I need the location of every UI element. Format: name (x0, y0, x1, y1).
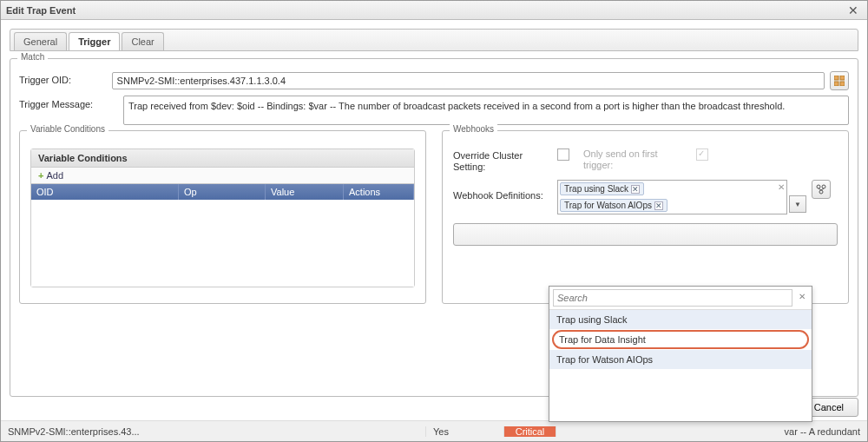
override-label: Override Cluster Setting: (453, 148, 557, 173)
webhook-settings-button[interactable] (812, 180, 831, 199)
window-title: Edit Trap Event (6, 5, 76, 16)
close-icon[interactable]: ✕ (845, 3, 862, 17)
chip-remove-icon[interactable]: ✕ (654, 201, 663, 210)
trigger-msg-label: Trigger Message: (19, 96, 123, 109)
only-send-checkbox (696, 148, 708, 161)
tab-bar: General Trigger Clear (10, 29, 858, 51)
background-table-row: SNMPv2-SMI::enterprises.43... Yes Critic… (1, 420, 867, 441)
svg-rect-0 (834, 76, 838, 80)
svg-point-6 (819, 190, 823, 194)
definitions-label: Webhook Definitions: (453, 180, 557, 201)
header-op[interactable]: Op (179, 184, 266, 200)
dropdown-item-data-insight[interactable]: Trap for Data Insight (552, 330, 809, 349)
header-value[interactable]: Value (266, 184, 344, 200)
add-condition-button[interactable]: +Add (31, 168, 414, 184)
chip-remove-icon[interactable]: ✕ (631, 185, 640, 194)
dialog-window: Edit Trap Event ✕ General Trigger Clear … (0, 0, 868, 442)
dropdown-empty-space (549, 369, 812, 421)
trigger-msg-input[interactable]: Trap received from $dev: $oid -- Binding… (123, 96, 849, 125)
variable-conditions-legend: Variable Conditions (27, 124, 108, 134)
only-send-label: Only send on first trigger: (583, 148, 687, 171)
trigger-msg-row: Trigger Message: Trap received from $dev… (19, 96, 849, 125)
content-area: General Trigger Clear Match Trigger OID:… (1, 20, 867, 441)
bg-msg-cell: var -- A redundant (556, 426, 867, 437)
test-webhook-button[interactable] (453, 223, 838, 246)
chip-trap-slack: Trap using Slack✕ (560, 182, 644, 195)
trigger-oid-input[interactable] (112, 72, 825, 89)
override-checkbox[interactable] (557, 148, 569, 161)
variable-conditions-section: Variable Conditions Variable Conditions … (19, 130, 426, 304)
header-actions[interactable]: Actions (344, 184, 414, 200)
dropdown-item-slack[interactable]: Trap using Slack (549, 310, 812, 329)
variable-conditions-panel: Variable Conditions +Add OID Op Value Ac… (30, 148, 415, 287)
svg-point-4 (817, 185, 820, 188)
bg-oid-cell: SNMPv2-SMI::enterprises.43... (1, 426, 426, 437)
variable-conditions-headers: OID Op Value Actions (31, 184, 414, 200)
dropdown-item-watson[interactable]: Trap for Watson AIOps (549, 350, 812, 369)
trigger-oid-label: Trigger OID: (19, 71, 112, 85)
titlebar: Edit Trap Event ✕ (1, 1, 867, 20)
header-oid[interactable]: OID (31, 184, 179, 200)
webhooks-section: Webhooks Override Cluster Setting: Only … (442, 130, 849, 304)
match-legend: Match (17, 52, 48, 62)
chip-trap-watson: Trap for Watson AIOps✕ (560, 199, 667, 212)
dropdown-search-row: ✕ (549, 287, 812, 310)
trigger-oid-row: Trigger OID: (19, 71, 849, 90)
webhook-dropdown: ✕ Trap using Slack Trap for Data Insight… (549, 286, 812, 422)
svg-point-5 (822, 185, 825, 188)
definitions-row: Webhook Definitions: Trap using Slack✕ ✕… (453, 180, 838, 214)
bg-critical-badge: Critical (504, 426, 556, 437)
conditions-webhooks-row: Variable Conditions Variable Conditions … (19, 130, 849, 304)
plus-icon: + (38, 170, 43, 181)
svg-rect-3 (840, 82, 845, 86)
webhook-definitions-field[interactable]: Trap using Slack✕ ✕ Trap for Watson AIOp… (557, 180, 787, 214)
dropdown-search-input[interactable] (553, 289, 792, 307)
oid-browse-button[interactable] (830, 71, 849, 90)
dropdown-toggle-button[interactable] (789, 195, 806, 213)
clear-all-icon[interactable]: ✕ (778, 182, 785, 195)
tab-general[interactable]: General (14, 32, 67, 50)
variable-conditions-body (31, 200, 414, 287)
svg-rect-2 (834, 82, 838, 86)
bg-yes-cell: Yes (426, 426, 504, 437)
override-row: Override Cluster Setting: Only send on f… (453, 148, 838, 173)
tab-clear[interactable]: Clear (122, 32, 163, 50)
svg-rect-1 (840, 76, 845, 80)
variable-conditions-title: Variable Conditions (31, 149, 414, 168)
tab-trigger[interactable]: Trigger (69, 32, 120, 50)
clear-search-icon[interactable]: ✕ (796, 292, 808, 304)
webhooks-legend: Webhooks (450, 124, 497, 134)
